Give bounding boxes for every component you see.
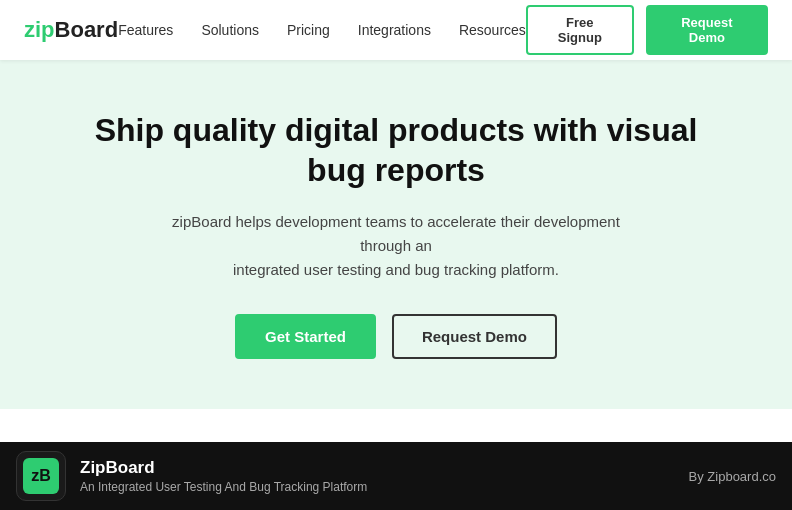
hero-buttons: Get Started Request Demo	[235, 314, 557, 359]
hero-subtitle-line1: zipBoard helps development teams to acce…	[172, 213, 620, 254]
nav-features[interactable]: Features	[118, 22, 173, 38]
app-subtitle: An Integrated User Testing And Bug Track…	[80, 480, 367, 494]
logo-board: Board	[55, 17, 119, 42]
nav-integrations[interactable]: Integrations	[358, 22, 431, 38]
app-icon-container: zB	[16, 451, 66, 501]
logo-text: zipBoard	[24, 17, 118, 43]
hero-subtitle-line2: integrated user testing and bug tracking…	[233, 261, 559, 278]
nav-resources[interactable]: Resources	[459, 22, 526, 38]
app-title: ZipBoard	[80, 458, 367, 478]
get-started-button[interactable]: Get Started	[235, 314, 376, 359]
app-icon: zB	[23, 458, 59, 494]
nav-pricing[interactable]: Pricing	[287, 22, 330, 38]
bottom-bar-by: By Zipboard.co	[689, 469, 776, 484]
app-info: ZipBoard An Integrated User Testing And …	[80, 458, 367, 494]
nav-buttons: Free Signup Request Demo	[526, 5, 768, 55]
bottom-bar-left: zB ZipBoard An Integrated User Testing A…	[16, 451, 367, 501]
logo-zip: zip	[24, 17, 55, 42]
nav-solutions[interactable]: Solutions	[201, 22, 259, 38]
request-demo-hero-button[interactable]: Request Demo	[392, 314, 557, 359]
nav-links: Features Solutions Pricing Integrations …	[118, 22, 526, 38]
hero-title: Ship quality digital products with visua…	[66, 110, 726, 190]
navbar: zipBoard Features Solutions Pricing Inte…	[0, 0, 792, 60]
free-signup-button[interactable]: Free Signup	[526, 5, 634, 55]
hero-subtitle: zipBoard helps development teams to acce…	[146, 210, 646, 282]
hero-section: Ship quality digital products with visua…	[0, 60, 792, 409]
bottom-bar: zB ZipBoard An Integrated User Testing A…	[0, 442, 792, 510]
request-demo-nav-button[interactable]: Request Demo	[646, 5, 768, 55]
logo: zipBoard	[24, 17, 118, 43]
